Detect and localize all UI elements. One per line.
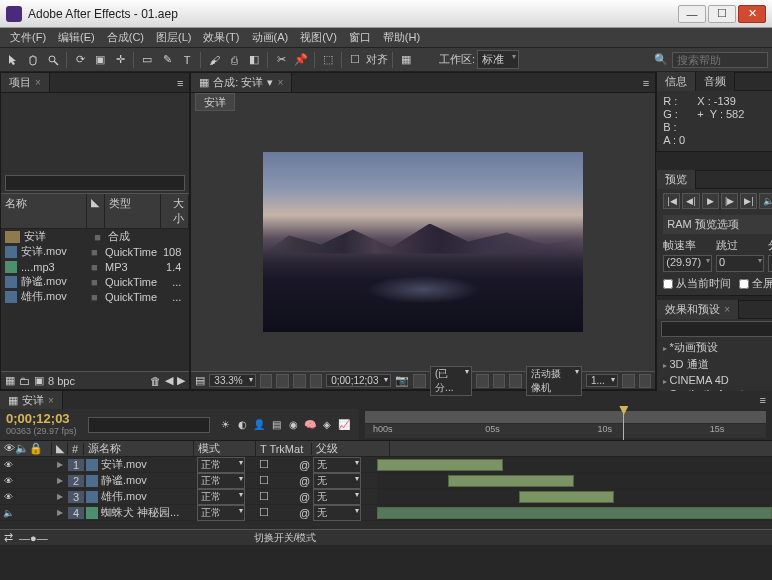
solo-toggle[interactable] (16, 459, 28, 471)
close-icon[interactable]: × (35, 77, 41, 88)
pickwhip-icon[interactable]: @ (299, 491, 311, 503)
project-column-header[interactable]: 名称 ◣ 类型 大小 (1, 193, 189, 229)
frame-blend-icon[interactable]: ▤ (269, 418, 283, 432)
col-tag[interactable]: ◣ (87, 194, 105, 228)
menu-item[interactable]: 图层(L) (150, 28, 197, 47)
project-item[interactable]: 雄伟.mov ■ QuickTime ... (1, 289, 189, 304)
draft-3d-icon[interactable]: ◐ (235, 418, 249, 432)
col-mode[interactable]: 模式 (194, 441, 256, 456)
solo-toggle[interactable] (16, 491, 28, 503)
mute-button[interactable]: 🔈 (759, 193, 772, 209)
toggle-switches-header[interactable]: 👁🔈🔒 (0, 442, 52, 455)
mask-toggle-icon[interactable] (310, 374, 323, 388)
show-channel-icon[interactable] (413, 374, 426, 388)
timeline-layer-row[interactable]: 🔈 ▶ 4 蜘蛛犬 神秘园... 正常 ☐ @无 (0, 505, 772, 521)
menu-item[interactable]: 文件(F) (4, 28, 52, 47)
project-item[interactable]: 安详 ■ 合成 (1, 229, 189, 244)
work-area-bar[interactable] (365, 411, 766, 423)
pickwhip-icon[interactable]: @ (299, 475, 311, 487)
project-item-list[interactable]: 安详 ■ 合成 安详.mov ■ QuickTime 108 ....mp3 ■… (1, 229, 189, 371)
snap-toggle-icon[interactable]: ☐ (346, 51, 364, 69)
next-frame-button[interactable]: |▶ (721, 193, 738, 209)
panel-menu-icon[interactable]: ≡ (637, 77, 655, 89)
fullscreen-checkbox[interactable]: 全屏 (739, 276, 772, 291)
tab-timeline-comp[interactable]: ▦ 安详 × (0, 391, 63, 410)
hand-tool-icon[interactable] (24, 51, 42, 69)
col-size[interactable]: 大小 (161, 194, 189, 228)
text-tool-icon[interactable]: T (178, 51, 196, 69)
parent-dropdown[interactable]: 无 (313, 473, 361, 489)
twirl-icon[interactable]: ▶ (52, 492, 68, 501)
tab-preview[interactable]: 预览 (657, 170, 696, 189)
motion-blur-icon[interactable]: ◉ (286, 418, 300, 432)
project-search-input[interactable] (5, 175, 185, 191)
brainstorm-icon[interactable]: 🧠 (303, 418, 317, 432)
visibility-toggle[interactable]: 👁 (2, 491, 14, 503)
effects-search-input[interactable] (661, 321, 772, 337)
visibility-toggle[interactable]: 👁 (2, 475, 14, 487)
from-current-checkbox[interactable]: 从当前时间 (663, 276, 731, 291)
menu-item[interactable]: 效果(T) (197, 28, 245, 47)
rotate-tool-icon[interactable]: ⟳ (71, 51, 89, 69)
res-half-icon[interactable] (276, 374, 289, 388)
parent-dropdown[interactable]: 无 (313, 505, 361, 521)
transparency-grid-icon[interactable] (293, 374, 306, 388)
zoom-slider-icon[interactable]: —●— (19, 532, 48, 544)
pen-tool-icon[interactable]: ✎ (158, 51, 176, 69)
close-icon[interactable]: × (724, 304, 730, 315)
zoom-tool-icon[interactable] (44, 51, 62, 69)
maximize-button[interactable]: ☐ (708, 5, 736, 23)
last-frame-button[interactable]: ▶| (740, 193, 757, 209)
stamp-tool-icon[interactable]: ⎙ (225, 51, 243, 69)
col-name[interactable]: 名称 (1, 194, 87, 228)
layer-bar-area[interactable] (377, 473, 772, 488)
layer-duration-bar[interactable] (377, 459, 503, 471)
timeline-layer-row[interactable]: 👁 ▶ 2 静谧.mov 正常 ☐ @无 (0, 473, 772, 489)
blend-mode-dropdown[interactable]: 正常 (197, 489, 245, 505)
pixel-aspect-icon[interactable] (622, 374, 635, 388)
comp-flowchart-tab[interactable]: 安详 (195, 93, 235, 111)
auto-keyframe-icon[interactable]: ◈ (320, 418, 334, 432)
timeline-layer-row[interactable]: 👁 ▶ 3 雄伟.mov 正常 ☐ @无 (0, 489, 772, 505)
fast-preview-icon[interactable] (639, 374, 652, 388)
menu-item[interactable]: 窗口 (343, 28, 377, 47)
col-parent[interactable]: 父级 (312, 441, 390, 456)
tab-effects[interactable]: 效果和预设× (657, 300, 739, 319)
resolution-dropdown[interactable]: 自动 (768, 255, 772, 272)
always-preview-icon[interactable]: ▤ (195, 374, 205, 387)
prev-frame-button[interactable]: ◀| (682, 193, 699, 209)
tab-audio[interactable]: 音频 (696, 72, 735, 91)
help-search-input[interactable] (672, 52, 768, 68)
current-time-indicator[interactable] (623, 409, 624, 440)
composition-viewport[interactable] (191, 112, 655, 371)
layer-duration-bar[interactable] (377, 507, 772, 519)
layer-bar-area[interactable] (377, 457, 772, 472)
first-frame-button[interactable]: |◀ (663, 193, 680, 209)
visibility-toggle[interactable]: 🔈 (2, 507, 14, 519)
shape-rect-icon[interactable]: ▭ (138, 51, 156, 69)
lock-toggle[interactable] (30, 491, 42, 503)
layer-name[interactable]: 安详.mov (101, 457, 197, 472)
anchor-tool-icon[interactable]: ✛ (111, 51, 129, 69)
blend-mode-dropdown[interactable]: 正常 (197, 457, 245, 473)
play-button[interactable]: ▶ (702, 193, 719, 209)
tab-project[interactable]: 项目× (1, 73, 50, 92)
solo-toggle[interactable] (16, 507, 28, 519)
trkmat-toggle[interactable]: ☐ (259, 490, 269, 503)
effects-category[interactable]: *动画预设 (661, 339, 772, 356)
minimize-button[interactable]: — (678, 5, 706, 23)
local-axis-icon[interactable]: ⬚ (319, 51, 337, 69)
comp-mini-flowchart-icon[interactable]: ☀ (218, 418, 232, 432)
new-folder-icon[interactable]: 🗀 (19, 375, 30, 387)
menu-item[interactable]: 编辑(E) (52, 28, 101, 47)
blend-mode-dropdown[interactable]: 正常 (197, 473, 245, 489)
panel-menu-icon[interactable]: ≡ (171, 77, 189, 89)
visibility-toggle[interactable]: 👁 (2, 459, 14, 471)
project-item[interactable]: ....mp3 ■ MP3 1.4 (1, 259, 189, 274)
lock-toggle[interactable] (30, 507, 42, 519)
menu-item[interactable]: 帮助(H) (377, 28, 426, 47)
effects-category[interactable]: 3D 通道 (661, 356, 772, 373)
twirl-icon[interactable]: ▶ (52, 460, 68, 469)
parent-dropdown[interactable]: 无 (313, 489, 361, 505)
views-dropdown[interactable]: 1... (586, 374, 618, 387)
